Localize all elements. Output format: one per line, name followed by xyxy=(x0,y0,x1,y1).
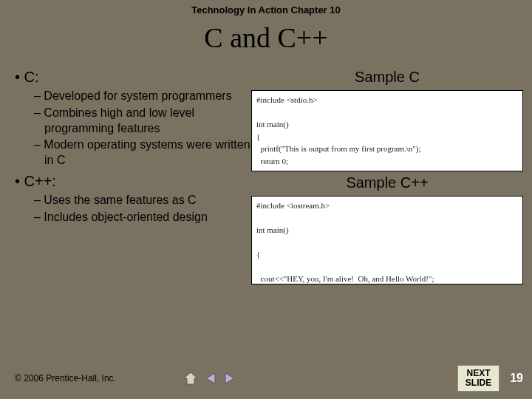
prev-icon[interactable] xyxy=(203,371,218,386)
chapter-label: Technology In Action Chapter 10 xyxy=(0,0,532,16)
next-slide-button[interactable]: NEXT SLIDE xyxy=(457,365,499,392)
svg-marker-2 xyxy=(225,373,234,383)
page-number: 19 xyxy=(510,372,523,385)
nav-icons xyxy=(183,371,237,386)
copyright: © 2006 Prentice-Hall, Inc. xyxy=(15,373,116,383)
cpp-heading: • C++: xyxy=(15,173,251,190)
svg-marker-0 xyxy=(184,372,197,384)
page-title: C and C++ xyxy=(0,21,532,54)
footer: © 2006 Prentice-Hall, Inc. NEXT SLIDE 19 xyxy=(15,365,523,392)
sample-cpp-label: Sample C++ xyxy=(251,174,523,191)
c-bullet: Developed for system programmers xyxy=(34,89,251,104)
c-bullet: Combines high and low level programming … xyxy=(34,106,251,137)
cpp-bullet: Uses the same features as C xyxy=(34,193,251,208)
home-icon[interactable] xyxy=(183,371,199,386)
c-heading: • C: xyxy=(15,69,251,86)
sample-cpp-code: #include <iostream.h> int main() { cout<… xyxy=(251,196,523,284)
next-icon[interactable] xyxy=(222,371,237,386)
sample-c-label: Sample C xyxy=(251,69,523,86)
svg-marker-1 xyxy=(206,373,215,383)
sample-c-code: #include <stdio.h> int main() { printf("… xyxy=(251,90,523,171)
cpp-bullet: Includes object-oriented design xyxy=(34,210,251,225)
right-column: Sample C #include <stdio.h> int main() {… xyxy=(251,69,523,284)
next-slide-line2: SLIDE xyxy=(466,378,491,388)
c-bullet: Modern operating systems were written in… xyxy=(34,137,251,168)
content-area: • C: Developed for system programmers Co… xyxy=(0,69,532,284)
next-slide-line1: NEXT xyxy=(466,369,491,378)
left-column: • C: Developed for system programmers Co… xyxy=(15,69,251,284)
